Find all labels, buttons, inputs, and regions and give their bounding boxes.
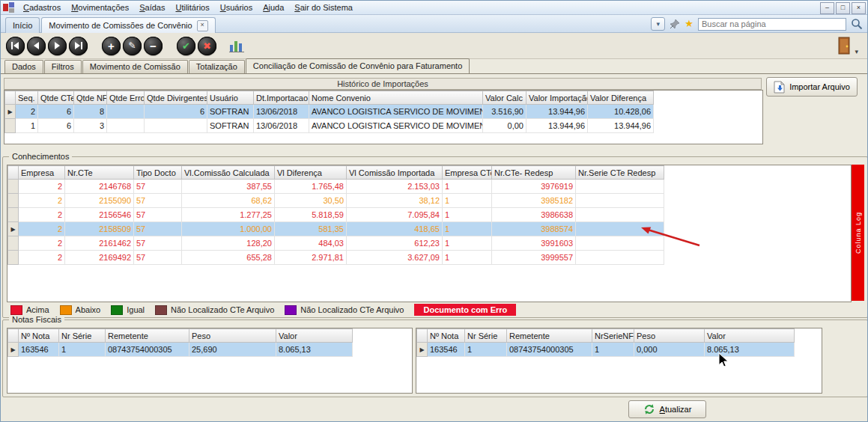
cell: 1 xyxy=(443,180,492,194)
table-row[interactable]: ▶16354610874375400030525,6908.065,13 xyxy=(8,343,353,357)
menu-item-2[interactable]: Movimentações xyxy=(66,1,134,13)
tab-movimento-comissoes[interactable]: Movimento de Comissões de Convênio × xyxy=(41,17,215,33)
importar-arquivo-button[interactable]: Importar Arquivo xyxy=(766,77,858,97)
cell: 1 xyxy=(592,343,634,357)
cell: 2169492 xyxy=(65,251,134,265)
column-header: Nome Convenio xyxy=(309,91,483,105)
nav-prev-button[interactable] xyxy=(27,37,46,55)
menu-item-3[interactable]: Saídas xyxy=(134,1,170,13)
cell: 38,12 xyxy=(347,194,443,208)
table-row[interactable]: 22156546571.277,255.818,597.095,84139866… xyxy=(8,208,664,222)
menu-item-1[interactable]: Cadastros xyxy=(18,1,66,13)
row-indicator: ▶ xyxy=(8,222,19,236)
window-controls: –□× xyxy=(820,2,866,14)
cell: 2146768 xyxy=(65,180,134,194)
column-header: Nr Série xyxy=(465,329,507,343)
search-icon[interactable] xyxy=(851,18,863,30)
table-row[interactable]: 221550905768,6230,5038,1213985182 xyxy=(8,194,664,208)
column-header: Valor xyxy=(705,329,795,343)
column-header: Qtde CTe xyxy=(38,91,74,105)
menu-item-7[interactable]: Sair do Sistema xyxy=(289,1,358,13)
table-row[interactable]: 163SOFTRAN13/06/2018AVANCO LOGISTICA SER… xyxy=(5,119,654,133)
conhecimentos-group-label: Conhecimentos xyxy=(9,152,72,161)
menu-item-4[interactable]: Utilitários xyxy=(170,1,214,13)
table-row[interactable]: 2216949257655,282.971,813.627,0913999557 xyxy=(8,251,664,265)
x-icon: ✖ xyxy=(203,41,211,51)
cell: AVANCO LOGISTICA SERVICO DE MOVIMENTACAO xyxy=(309,105,483,119)
column-header: Seq. xyxy=(16,91,38,105)
cell: 387,55 xyxy=(182,180,275,194)
cell: 7.095,84 xyxy=(347,208,443,222)
column-header: Empresa xyxy=(19,166,65,180)
column-header: Dt.Importacao xyxy=(254,91,309,105)
column-header: Nr.Serie CTe Redesp xyxy=(576,166,664,180)
minus-icon: − xyxy=(150,40,157,52)
cell: 57 xyxy=(134,236,182,251)
tab-concilia-o-de-comiss-o-de-conv-nio-para-[interactable]: Conciliação de Comissão de Convênio para… xyxy=(246,58,470,73)
app-logo-icon-svg xyxy=(3,2,15,13)
close-button[interactable]: × xyxy=(852,2,866,14)
close-tab-icon[interactable]: × xyxy=(197,20,208,31)
nav-next-icon xyxy=(54,42,61,49)
cancel-button[interactable]: ✖ xyxy=(198,37,216,55)
tab-filtros[interactable]: Filtros xyxy=(44,60,82,73)
plus-icon: + xyxy=(108,40,115,52)
column-header: Vl Comissão Importada xyxy=(347,166,443,180)
table-row[interactable]: ▶22158509571.000,00581,35418,6513988574 xyxy=(8,222,664,236)
cell: 1 xyxy=(443,222,492,236)
cell: 418,65 xyxy=(347,222,443,236)
row-indicator: ▶ xyxy=(5,105,16,119)
legend-swatch xyxy=(10,305,22,315)
coluna-log-strip[interactable]: Coluna Log xyxy=(852,165,864,301)
nav-last-button[interactable] xyxy=(69,37,88,55)
add-button[interactable]: + xyxy=(102,37,121,55)
edit-button[interactable]: ✎ xyxy=(123,37,142,55)
cell: 3999557 xyxy=(492,251,576,265)
legend-swatch xyxy=(111,305,123,315)
maximize-button[interactable]: □ xyxy=(836,2,850,14)
menu-item-5[interactable]: Usuários xyxy=(215,1,258,13)
page-tab-bar: DadosFiltrosMovimento de ComissãoTotaliz… xyxy=(1,59,867,73)
table-row[interactable]: ▶2686SOFTRAN13/06/2018AVANCO LOGISTICA S… xyxy=(5,105,654,119)
column-header: Valor Importação xyxy=(526,91,588,105)
cell: 1.000,00 xyxy=(182,222,275,236)
confirm-button[interactable]: ✔ xyxy=(177,37,195,55)
atualizar-button[interactable]: Atualizar xyxy=(628,400,706,418)
cell: 13/06/2018 xyxy=(254,105,309,119)
cell: 3986638 xyxy=(492,208,576,222)
minimize-button[interactable]: – xyxy=(820,2,834,14)
cell: 57 xyxy=(134,222,182,236)
nav-first-button[interactable] xyxy=(6,37,25,55)
tab-totaliza-o[interactable]: Totalização xyxy=(189,60,245,73)
column-header: Qtde NF xyxy=(74,91,107,105)
cell: 30,50 xyxy=(275,194,347,208)
tab-movimento-de-comiss-o[interactable]: Movimento de Comissão xyxy=(82,60,188,73)
cell: 6 xyxy=(145,105,207,119)
tab-dados[interactable]: Dados xyxy=(4,60,43,73)
chevron-down-icon[interactable]: ▾ xyxy=(651,17,665,31)
exit-dropdown-icon[interactable]: ▾ xyxy=(855,48,858,58)
cell: 0,000 xyxy=(634,343,705,357)
cell: SOFTRAN xyxy=(207,119,254,133)
nav-next-button[interactable] xyxy=(48,37,67,55)
cell xyxy=(576,222,664,236)
table-row[interactable]: 2216146257128,20484,03612,2313991603 xyxy=(8,236,664,251)
pin-icon[interactable] xyxy=(670,19,680,29)
cell: 8.065,13 xyxy=(276,343,353,357)
coluna-log-label: Coluna Log xyxy=(855,212,862,254)
table-row[interactable]: ▶16354610874375400030510,0008.065,13 xyxy=(417,343,795,357)
menu-bar: CadastrosMovimentaçõesSaídasUtilitáriosU… xyxy=(1,1,867,15)
chart-button[interactable] xyxy=(228,37,246,55)
column-header: Nº Nota xyxy=(428,329,465,343)
search-input[interactable] xyxy=(698,18,846,31)
cell: 57 xyxy=(134,251,182,265)
table-row[interactable]: 2214676857387,551.765,482.153,0313976919 xyxy=(8,180,664,194)
tab-inicio[interactable]: Início xyxy=(5,17,40,33)
cell: 13/06/2018 xyxy=(254,119,309,133)
menu-item-6[interactable]: Ajuda xyxy=(258,1,289,13)
delete-button[interactable]: − xyxy=(144,37,163,55)
cell: 2 xyxy=(19,180,65,194)
star-icon[interactable]: ★ xyxy=(685,19,694,29)
exit-button[interactable] xyxy=(837,37,851,55)
cell: 3976919 xyxy=(492,180,576,194)
